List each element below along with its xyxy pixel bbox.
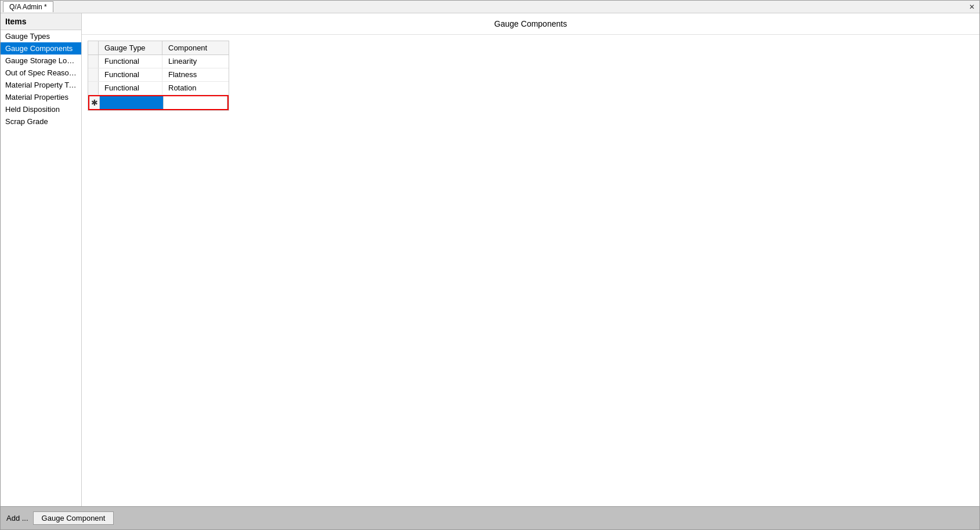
add-gauge-component-button[interactable]: Gauge Component: [33, 511, 114, 525]
cell-component-2[interactable]: Flatness: [162, 68, 226, 81]
bottom-bar: Add ... Gauge Component: [1, 506, 979, 529]
new-row-gauge-type-input[interactable]: [100, 96, 164, 109]
cell-gauge-type-1[interactable]: Functional: [99, 55, 162, 68]
main-content: Items Gauge Types Gauge Components Gauge…: [1, 13, 979, 506]
sidebar-item-held-disposition[interactable]: Held Disposition: [1, 103, 81, 115]
column-component: Component: [162, 41, 226, 55]
content-area: Gauge Components Gauge Type Component Fu…: [82, 13, 979, 506]
sidebar-item-scrap-grade[interactable]: Scrap Grade: [1, 115, 81, 128]
sidebar-item-gauge-types[interactable]: Gauge Types: [1, 30, 81, 42]
title-bar: Q/A Admin * ✕: [1, 1, 979, 13]
window-tab[interactable]: Q/A Admin *: [3, 1, 53, 12]
sidebar-item-gauge-storage-locations[interactable]: Gauge Storage Locations: [1, 55, 81, 67]
sidebar-item-material-properties[interactable]: Material Properties: [1, 91, 81, 103]
main-window: Q/A Admin * ✕ Items Gauge Types Gauge Co…: [0, 0, 980, 530]
row-indicator-2: [88, 68, 99, 81]
sidebar-item-material-property-types[interactable]: Material Property Types: [1, 79, 81, 91]
new-row-component-input[interactable]: [164, 96, 227, 109]
row-indicator-1: [88, 55, 99, 68]
close-button[interactable]: ✕: [967, 3, 977, 11]
add-label: Add ...: [6, 514, 28, 522]
sidebar: Items Gauge Types Gauge Components Gauge…: [1, 13, 82, 506]
cell-gauge-type-3[interactable]: Functional: [99, 82, 162, 95]
sidebar-item-gauge-components[interactable]: Gauge Components: [1, 42, 81, 55]
cell-component-3[interactable]: Rotation: [162, 82, 226, 95]
table-row: Functional Flatness: [88, 68, 229, 82]
new-row-indicator: ✱: [89, 96, 100, 109]
sidebar-item-out-of-spec-reasons[interactable]: Out of Spec Reasons: [1, 67, 81, 79]
sidebar-header: Items: [1, 13, 81, 30]
content-body: Gauge Type Component Functional Linearit…: [82, 35, 979, 506]
content-header: Gauge Components: [82, 13, 979, 35]
title-bar-left: Q/A Admin *: [3, 1, 53, 12]
grid-header: Gauge Type Component: [88, 41, 229, 55]
cell-gauge-type-2[interactable]: Functional: [99, 68, 162, 81]
new-row[interactable]: ✱: [88, 95, 229, 110]
row-indicator-3: [88, 82, 99, 95]
cell-component-1[interactable]: Linearity: [162, 55, 226, 68]
gauge-components-grid: Gauge Type Component Functional Linearit…: [88, 41, 229, 111]
column-gauge-type: Gauge Type: [99, 41, 162, 55]
table-row: Functional Rotation: [88, 82, 229, 95]
table-row: Functional Linearity: [88, 55, 229, 68]
